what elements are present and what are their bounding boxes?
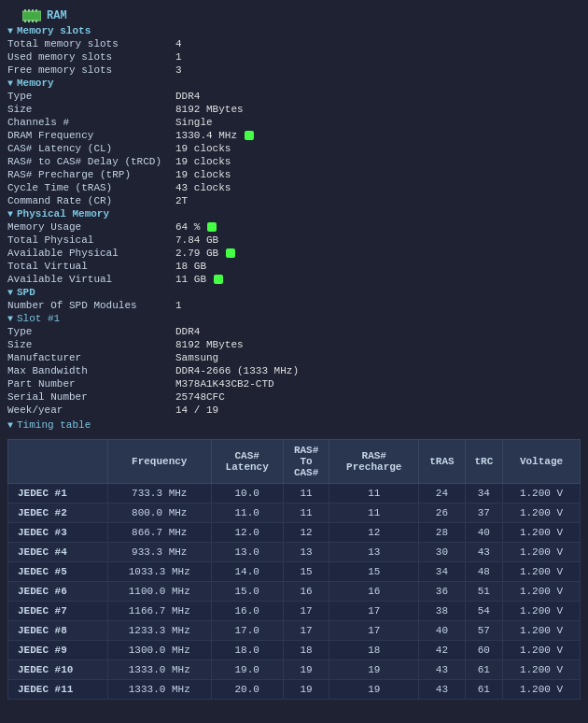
collapse-arrow-slot1[interactable]: ▼: [7, 314, 13, 324]
dram-freq-row: DRAM Frequency 1330.4 MHz: [0, 129, 588, 142]
slot1-type-value: DDR4: [175, 326, 200, 337]
used-memory-slots-value: 1: [175, 51, 182, 63]
avail-physical-led: [226, 248, 235, 258]
jedec-name-cell: JEDEC #10: [8, 660, 108, 680]
slot1-max-bw-label: Max Bandwidth: [7, 365, 175, 376]
memory-usage-led: [207, 222, 217, 232]
collapse-arrow-memory[interactable]: ▼: [7, 78, 13, 89]
slot1-part-value: M378A1K43CB2-CTD: [175, 378, 274, 390]
jedec-data-cell: 38: [419, 602, 466, 621]
jedec-data-cell: 1233.3 MHz: [107, 621, 211, 641]
th-name: [8, 440, 108, 484]
jedec-data-cell: 1.200 V: [503, 523, 581, 543]
jedec-data-cell: 15: [329, 562, 419, 582]
jedec-data-cell: 51: [465, 582, 502, 602]
table-row: JEDEC #81233.3 MHz17.0171740571.200 V: [8, 621, 581, 641]
header-row: RAM: [0, 7, 588, 24]
jedec-name-cell: JEDEC #8: [8, 621, 108, 641]
svg-rect-0: [22, 11, 41, 21]
memory-size-row: Size 8192 MBytes: [0, 103, 588, 116]
th-tras: tRAS: [419, 440, 466, 484]
jedec-data-cell: 26: [419, 503, 466, 523]
used-memory-slots-label: Used memory slots: [7, 51, 175, 63]
th-voltage: Voltage: [503, 440, 581, 484]
total-virtual-value: 18 GB: [175, 261, 206, 272]
ras-cas-delay-value: 19 clocks: [175, 156, 231, 167]
jedec-data-cell: 12: [283, 523, 329, 543]
jedec-data-cell: 1.200 V: [503, 562, 581, 582]
jedec-data-cell: 15: [283, 562, 329, 582]
jedec-data-cell: 866.7 MHz: [107, 523, 211, 543]
memory-usage-value: 64 %: [175, 221, 217, 233]
collapse-arrow-spd[interactable]: ▼: [7, 288, 13, 298]
collapse-arrow-memory-slots[interactable]: ▼: [7, 26, 13, 36]
jedec-data-cell: 61: [465, 680, 502, 700]
table-row: JEDEC #51033.3 MHz14.0151534481.200 V: [8, 562, 581, 582]
slot1-max-bw-value: DDR4-2666 (1333 MHz): [175, 365, 299, 376]
ras-cas-delay-label: RAS# to CAS# Delay (tRCD): [7, 156, 175, 167]
slot1-max-bw-row: Max Bandwidth DDR4-2666 (1333 MHz): [0, 364, 588, 377]
jedec-name-cell: JEDEC #1: [8, 484, 108, 503]
num-modules-label: Number Of SPD Modules: [7, 300, 175, 311]
memory-type-value: DDR4: [175, 91, 200, 102]
memory-channels-value: Single: [175, 117, 213, 128]
total-physical-row: Total Physical 7.84 GB: [0, 234, 588, 247]
collapse-arrow-timing[interactable]: ▼: [7, 420, 13, 431]
th-ras-precharge: RAS#Precharge: [329, 440, 419, 484]
slot1-week-value: 14 / 19: [175, 404, 218, 416]
slot1-manufacturer-row: Manufacturer Samsung: [0, 351, 588, 364]
jedec-data-cell: 40: [419, 621, 466, 641]
timing-table-header: Frequency CAS#Latency RAS#ToCAS# RAS#Pre…: [8, 440, 581, 484]
table-row: JEDEC #4933.3 MHz13.0131330431.200 V: [8, 543, 581, 562]
jedec-data-cell: 1333.0 MHz: [107, 680, 211, 700]
jedec-name-cell: JEDEC #4: [8, 543, 108, 562]
memory-size-label: Size: [7, 104, 175, 115]
avail-physical-row: Available Physical 2.79 GB: [0, 247, 588, 260]
num-modules-value: 1: [175, 300, 182, 311]
jedec-data-cell: 13.0: [211, 543, 283, 562]
avail-virtual-label: Available Virtual: [7, 274, 175, 285]
jedec-data-cell: 43: [465, 543, 502, 562]
total-physical-label: Total Physical: [7, 234, 175, 246]
total-memory-slots-row: Total memory slots 4: [0, 37, 588, 50]
timing-table-label: Timing table: [17, 419, 91, 431]
free-memory-slots-row: Free memory slots 3: [0, 64, 588, 77]
svg-rect-2: [28, 9, 30, 12]
jedec-data-cell: 733.3 MHz: [107, 484, 211, 503]
spd-section: ▼ SPD: [0, 286, 588, 299]
table-row: JEDEC #2800.0 MHz11.0111126371.200 V: [8, 503, 581, 523]
table-row: JEDEC #111333.0 MHz20.0191943611.200 V: [8, 680, 581, 700]
jedec-data-cell: 43: [419, 660, 466, 680]
memory-slots-label: Memory slots: [17, 25, 91, 36]
slot1-part-label: Part Number: [7, 378, 175, 390]
jedec-data-cell: 17: [283, 621, 329, 641]
th-ras-cas: RAS#ToCAS#: [283, 440, 329, 484]
collapse-arrow-physical[interactable]: ▼: [7, 209, 13, 220]
jedec-data-cell: 18.0: [211, 641, 283, 660]
jedec-data-cell: 18: [283, 641, 329, 660]
jedec-data-cell: 54: [465, 602, 502, 621]
jedec-data-cell: 1300.0 MHz: [107, 641, 211, 660]
timing-table-body: JEDEC #1733.3 MHz10.0111124341.200 VJEDE…: [8, 484, 581, 700]
cas-latency-row: CAS# Latency (CL) 19 clocks: [0, 142, 588, 155]
total-physical-value: 7.84 GB: [175, 234, 218, 246]
jedec-name-cell: JEDEC #6: [8, 582, 108, 602]
jedec-data-cell: 1166.7 MHz: [107, 602, 211, 621]
jedec-data-cell: 16: [283, 582, 329, 602]
jedec-data-cell: 1.200 V: [503, 543, 581, 562]
jedec-data-cell: 17.0: [211, 621, 283, 641]
slot1-size-label: Size: [7, 339, 175, 350]
memory-usage-row: Memory Usage 64 %: [0, 220, 588, 234]
jedec-data-cell: 19: [329, 660, 419, 680]
physical-memory-section: ▼ Physical Memory: [0, 207, 588, 220]
th-frequency: Frequency: [107, 440, 211, 484]
page-title: RAM: [47, 9, 67, 22]
jedec-data-cell: 11: [329, 503, 419, 523]
slot1-manufacturer-value: Samsung: [175, 352, 218, 363]
slot1-size-row: Size 8192 MBytes: [0, 338, 588, 351]
cycle-time-row: Cycle Time (tRAS) 43 clocks: [0, 181, 588, 194]
jedec-data-cell: 57: [465, 621, 502, 641]
jedec-data-cell: 34: [465, 484, 502, 503]
jedec-name-cell: JEDEC #11: [8, 680, 108, 700]
jedec-data-cell: 13: [283, 543, 329, 562]
